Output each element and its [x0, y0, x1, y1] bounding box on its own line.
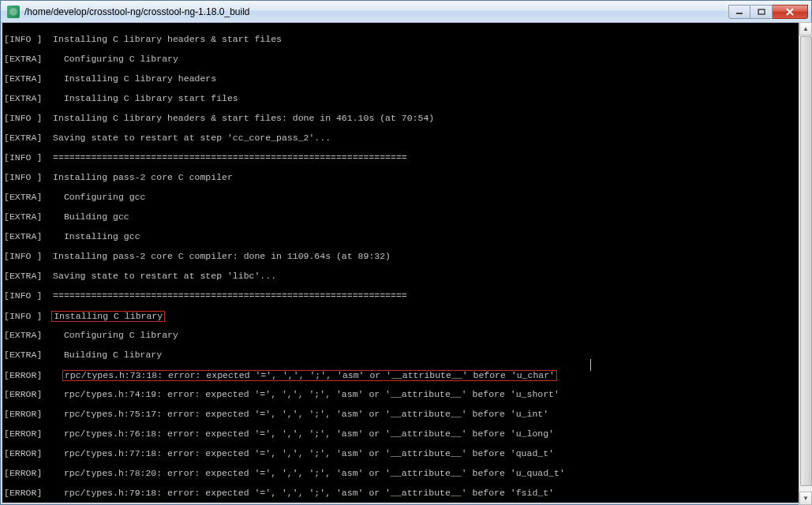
log-line: [EXTRA] Saving state to restart at step … [4, 133, 808, 144]
log-line: [EXTRA] Configuring gcc [4, 193, 808, 203]
minimize-icon [735, 9, 743, 15]
close-icon [785, 8, 795, 16]
highlight-box: Installing C library [51, 311, 165, 323]
log-line-highlighted: [INFO ] Installing C library [4, 311, 808, 321]
scroll-up-button[interactable]: ▲ [799, 22, 812, 36]
terminal-window: /home/develop/crosstool-ng/crosstool-ng-… [0, 0, 812, 505]
log-line: [ERROR] rpc/types.h:78:20: error: expect… [4, 469, 808, 479]
log-line: [EXTRA] Saving state to restart at step … [4, 271, 808, 282]
window-title: /home/develop/crosstool-ng/crosstool-ng-… [24, 6, 728, 17]
log-line: [EXTRA] Installing gcc [4, 232, 808, 242]
svg-rect-0 [736, 13, 743, 14]
log-line-highlighted: [ERROR] rpc/types.h:73:18: error: expect… [4, 370, 808, 380]
log-line: [INFO ] Installing pass-2 core C compile… [4, 252, 808, 262]
log-line: [ERROR] rpc/types.h:75:17: error: expect… [4, 410, 808, 420]
log-line: [ERROR] rpc/types.h:77:18: error: expect… [4, 449, 808, 459]
log-line: [ERROR] rpc/types.h:79:18: error: expect… [4, 488, 808, 499]
log-line: [EXTRA] Configuring C library [4, 331, 808, 341]
log-line: [EXTRA] Building gcc [4, 212, 808, 223]
maximize-icon [758, 9, 765, 15]
log-line: [ERROR] rpc/types.h:76:18: error: expect… [4, 429, 808, 440]
scrollbar-thumb[interactable] [800, 36, 812, 486]
log-line: [EXTRA] Installing C library headers [4, 74, 808, 84]
maximize-button[interactable] [750, 5, 773, 19]
scroll-down-button[interactable]: ▼ [799, 492, 812, 505]
log-line: [EXTRA] Building C library [4, 350, 808, 361]
highlight-box: rpc/types.h:73:18: error: expected '=', … [62, 370, 557, 382]
log-line: [EXTRA] Configuring C library [4, 54, 808, 65]
text-cursor [590, 359, 591, 371]
minimize-button[interactable] [728, 5, 750, 19]
terminal-output[interactable]: [INFO ] Installing C library headers & s… [1, 23, 811, 504]
log-line: [INFO ] ================================… [4, 153, 808, 163]
log-line: [INFO ] Installing C library headers & s… [4, 114, 808, 124]
log-line: [ERROR] rpc/types.h:74:19: error: expect… [4, 390, 808, 400]
app-icon [7, 6, 20, 18]
log-line: [EXTRA] Installing C library start files [4, 94, 808, 104]
log-line: [INFO ] Installing pass-2 core C compile… [4, 173, 808, 183]
log-line: [INFO ] ================================… [4, 291, 808, 301]
close-button[interactable] [773, 5, 808, 19]
window-controls [728, 5, 808, 19]
vertical-scrollbar[interactable]: ▲ ▼ [799, 22, 812, 505]
svg-rect-1 [758, 9, 765, 14]
log-line: [INFO ] Installing C library headers & s… [4, 35, 808, 45]
titlebar[interactable]: /home/develop/crosstool-ng/crosstool-ng-… [1, 1, 811, 23]
